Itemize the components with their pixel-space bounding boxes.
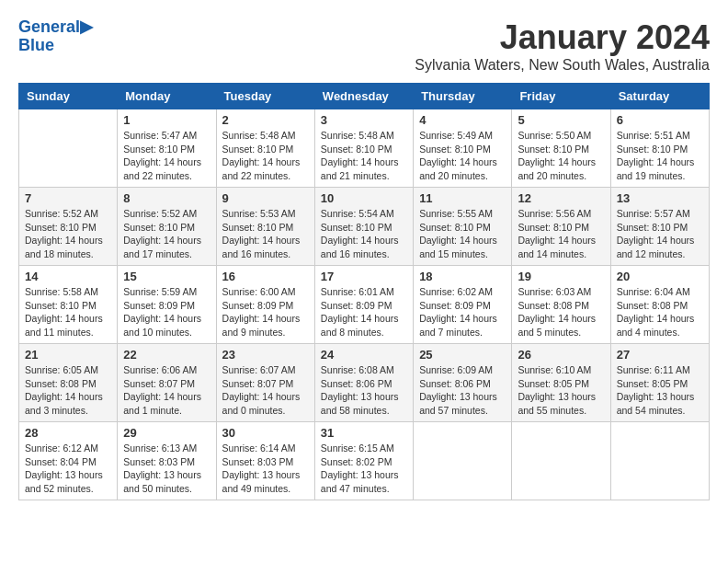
day-info: Sunrise: 5:59 AM Sunset: 8:09 PM Dayligh… <box>123 285 210 339</box>
calendar-cell: 4Sunrise: 5:49 AM Sunset: 8:10 PM Daylig… <box>414 109 512 188</box>
weekday-header-sunday: Sunday <box>19 84 118 109</box>
day-number: 10 <box>321 191 407 205</box>
calendar-table: SundayMondayTuesdayWednesdayThursdayFrid… <box>18 83 710 500</box>
day-info: Sunrise: 5:52 AM Sunset: 8:10 PM Dayligh… <box>123 207 210 261</box>
day-info: Sunrise: 6:02 AM Sunset: 8:09 PM Dayligh… <box>419 285 506 339</box>
calendar-week-row: 1Sunrise: 5:47 AM Sunset: 8:10 PM Daylig… <box>19 109 710 188</box>
calendar-cell: 18Sunrise: 6:02 AM Sunset: 8:09 PM Dayli… <box>414 266 512 344</box>
day-number: 29 <box>123 426 210 440</box>
calendar-cell: 7Sunrise: 5:52 AM Sunset: 8:10 PM Daylig… <box>19 188 118 266</box>
calendar-cell <box>610 422 709 500</box>
day-info: Sunrise: 5:49 AM Sunset: 8:10 PM Dayligh… <box>419 129 506 183</box>
day-number: 7 <box>25 191 111 205</box>
calendar-week-row: 28Sunrise: 6:12 AM Sunset: 8:04 PM Dayli… <box>19 422 710 500</box>
calendar-cell: 31Sunrise: 6:15 AM Sunset: 8:02 PM Dayli… <box>314 422 413 500</box>
day-number: 30 <box>222 426 309 440</box>
weekday-header-saturday: Saturday <box>610 84 709 109</box>
day-number: 27 <box>617 348 703 362</box>
weekday-header-monday: Monday <box>118 84 216 109</box>
calendar-cell: 26Sunrise: 6:10 AM Sunset: 8:05 PM Dayli… <box>512 344 610 422</box>
day-info: Sunrise: 6:08 AM Sunset: 8:06 PM Dayligh… <box>321 363 407 418</box>
day-info: Sunrise: 5:54 AM Sunset: 8:10 PM Dayligh… <box>321 207 407 261</box>
calendar-cell: 21Sunrise: 6:05 AM Sunset: 8:08 PM Dayli… <box>19 344 118 422</box>
day-info: Sunrise: 6:09 AM Sunset: 8:06 PM Dayligh… <box>419 363 506 418</box>
calendar-cell: 9Sunrise: 5:53 AM Sunset: 8:10 PM Daylig… <box>216 188 314 266</box>
calendar-cell: 12Sunrise: 5:56 AM Sunset: 8:10 PM Dayli… <box>512 188 610 266</box>
day-number: 18 <box>419 270 506 283</box>
day-number: 13 <box>617 191 703 205</box>
calendar-cell: 3Sunrise: 5:48 AM Sunset: 8:10 PM Daylig… <box>314 109 413 188</box>
day-info: Sunrise: 6:13 AM Sunset: 8:03 PM Dayligh… <box>123 442 210 496</box>
weekday-header-thursday: Thursday <box>414 84 512 109</box>
day-info: Sunrise: 5:51 AM Sunset: 8:10 PM Dayligh… <box>617 129 703 183</box>
day-info: Sunrise: 6:03 AM Sunset: 8:08 PM Dayligh… <box>518 285 604 339</box>
day-number: 21 <box>25 348 111 362</box>
calendar-week-row: 14Sunrise: 5:58 AM Sunset: 8:10 PM Dayli… <box>19 266 710 344</box>
calendar-week-row: 7Sunrise: 5:52 AM Sunset: 8:10 PM Daylig… <box>19 188 710 266</box>
day-info: Sunrise: 5:50 AM Sunset: 8:10 PM Dayligh… <box>518 129 604 183</box>
title-block: January 2024 Sylvania Waters, New South … <box>415 18 710 74</box>
day-info: Sunrise: 6:15 AM Sunset: 8:02 PM Dayligh… <box>321 442 407 496</box>
logo-text: General▶ Blue <box>18 18 93 55</box>
day-number: 5 <box>518 113 604 127</box>
day-number: 14 <box>25 270 111 283</box>
calendar-cell: 24Sunrise: 6:08 AM Sunset: 8:06 PM Dayli… <box>314 344 413 422</box>
day-info: Sunrise: 6:12 AM Sunset: 8:04 PM Dayligh… <box>25 442 111 496</box>
day-number: 9 <box>222 191 309 205</box>
day-number: 15 <box>123 270 210 283</box>
calendar-cell: 20Sunrise: 6:04 AM Sunset: 8:08 PM Dayli… <box>610 266 709 344</box>
calendar-cell <box>414 422 512 500</box>
calendar-cell: 5Sunrise: 5:50 AM Sunset: 8:10 PM Daylig… <box>512 109 610 188</box>
weekday-header-friday: Friday <box>512 84 610 109</box>
calendar-cell: 29Sunrise: 6:13 AM Sunset: 8:03 PM Dayli… <box>118 422 216 500</box>
day-info: Sunrise: 5:47 AM Sunset: 8:10 PM Dayligh… <box>123 129 210 183</box>
day-info: Sunrise: 6:11 AM Sunset: 8:05 PM Dayligh… <box>617 363 703 418</box>
calendar-cell: 15Sunrise: 5:59 AM Sunset: 8:09 PM Dayli… <box>118 266 216 344</box>
day-number: 6 <box>617 113 703 127</box>
day-info: Sunrise: 5:48 AM Sunset: 8:10 PM Dayligh… <box>222 129 309 183</box>
day-info: Sunrise: 6:01 AM Sunset: 8:09 PM Dayligh… <box>321 285 407 339</box>
day-info: Sunrise: 5:48 AM Sunset: 8:10 PM Dayligh… <box>321 129 407 183</box>
day-number: 28 <box>25 426 111 440</box>
calendar-cell: 30Sunrise: 6:14 AM Sunset: 8:03 PM Dayli… <box>216 422 314 500</box>
logo: General▶ Blue <box>18 18 93 55</box>
calendar-cell: 22Sunrise: 6:06 AM Sunset: 8:07 PM Dayli… <box>118 344 216 422</box>
calendar-week-row: 21Sunrise: 6:05 AM Sunset: 8:08 PM Dayli… <box>19 344 710 422</box>
day-number: 1 <box>123 113 210 127</box>
day-info: Sunrise: 5:55 AM Sunset: 8:10 PM Dayligh… <box>419 207 506 261</box>
day-number: 23 <box>222 348 309 362</box>
calendar-cell <box>512 422 610 500</box>
day-number: 12 <box>518 191 604 205</box>
day-number: 2 <box>222 113 309 127</box>
day-info: Sunrise: 6:10 AM Sunset: 8:05 PM Dayligh… <box>518 363 604 418</box>
calendar-cell: 10Sunrise: 5:54 AM Sunset: 8:10 PM Dayli… <box>314 188 413 266</box>
day-info: Sunrise: 5:57 AM Sunset: 8:10 PM Dayligh… <box>617 207 703 261</box>
day-number: 4 <box>419 113 506 127</box>
calendar-cell: 16Sunrise: 6:00 AM Sunset: 8:09 PM Dayli… <box>216 266 314 344</box>
weekday-header-tuesday: Tuesday <box>216 84 314 109</box>
day-info: Sunrise: 5:56 AM Sunset: 8:10 PM Dayligh… <box>518 207 604 261</box>
day-info: Sunrise: 6:00 AM Sunset: 8:09 PM Dayligh… <box>222 285 309 339</box>
day-info: Sunrise: 6:05 AM Sunset: 8:08 PM Dayligh… <box>25 363 111 418</box>
page-header: General▶ Blue January 2024 Sylvania Wate… <box>18 18 710 74</box>
day-number: 22 <box>123 348 210 362</box>
day-info: Sunrise: 5:58 AM Sunset: 8:10 PM Dayligh… <box>25 285 111 339</box>
day-info: Sunrise: 6:07 AM Sunset: 8:07 PM Dayligh… <box>222 363 309 418</box>
calendar-cell: 11Sunrise: 5:55 AM Sunset: 8:10 PM Dayli… <box>414 188 512 266</box>
day-number: 3 <box>321 113 407 127</box>
month-title: January 2024 <box>415 18 710 57</box>
calendar-cell: 17Sunrise: 6:01 AM Sunset: 8:09 PM Dayli… <box>314 266 413 344</box>
day-info: Sunrise: 5:52 AM Sunset: 8:10 PM Dayligh… <box>25 207 111 261</box>
day-number: 8 <box>123 191 210 205</box>
day-info: Sunrise: 6:04 AM Sunset: 8:08 PM Dayligh… <box>617 285 703 339</box>
day-info: Sunrise: 6:06 AM Sunset: 8:07 PM Dayligh… <box>123 363 210 418</box>
calendar-cell: 19Sunrise: 6:03 AM Sunset: 8:08 PM Dayli… <box>512 266 610 344</box>
calendar-cell <box>19 109 118 188</box>
day-number: 31 <box>321 426 407 440</box>
calendar-cell: 27Sunrise: 6:11 AM Sunset: 8:05 PM Dayli… <box>610 344 709 422</box>
day-number: 20 <box>617 270 703 283</box>
calendar-cell: 14Sunrise: 5:58 AM Sunset: 8:10 PM Dayli… <box>19 266 118 344</box>
day-number: 16 <box>222 270 309 283</box>
calendar-cell: 6Sunrise: 5:51 AM Sunset: 8:10 PM Daylig… <box>610 109 709 188</box>
weekday-header-wednesday: Wednesday <box>314 84 413 109</box>
